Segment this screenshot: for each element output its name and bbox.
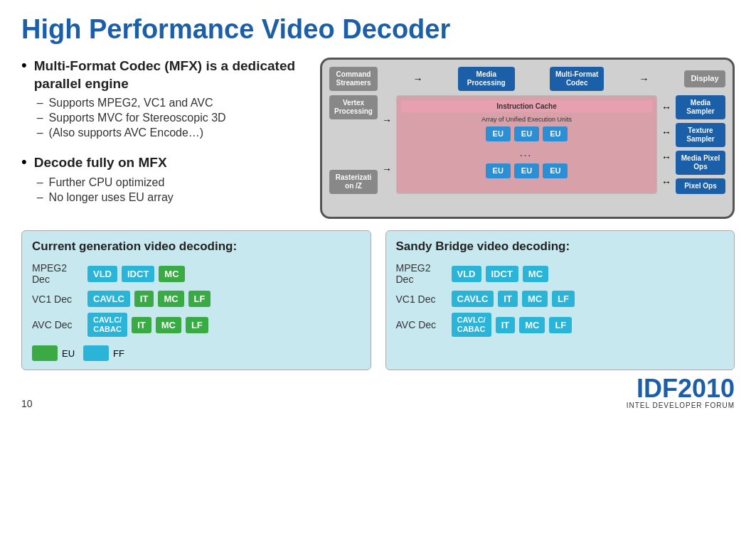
lf-tag-sandy: LF xyxy=(552,291,575,307)
sub-bullet-1-3: – (Also supports AVC Encode…) xyxy=(37,126,306,139)
sub-bullet-2-2: – No longer uses EU array xyxy=(37,191,174,204)
command-streamers-block: Command Streamers xyxy=(329,67,378,91)
mc-tag-current: MC xyxy=(159,266,184,282)
idct-tag-current: IDCT xyxy=(122,266,154,282)
vld-tag-current: VLD xyxy=(87,266,117,282)
eu-block-1: EU xyxy=(486,126,511,141)
avc-label-sandy: AVC Dec xyxy=(396,319,447,330)
sub-bullet-1-1: – Supports MPEG2, VC1 and AVC xyxy=(37,97,306,109)
page-title: High Performance Video Decoder xyxy=(21,14,735,45)
mc-tag-sandy: MC xyxy=(523,266,548,282)
eu-block-4: EU xyxy=(486,163,511,178)
page-number: 10 xyxy=(21,398,33,409)
mpeg2-row-current: MPEG2 Dec VLD IDCT MC xyxy=(32,262,361,285)
arrow-left-right-2: ↔ xyxy=(661,126,671,138)
current-gen-panel: Current generation video decoding: MPEG2… xyxy=(21,230,371,370)
legend-ff: FF xyxy=(83,345,124,361)
vc1-row-current: VC1 Dec CAVLC IT MC LF xyxy=(32,291,361,307)
arrow-left-right-4: ↔ xyxy=(661,176,671,188)
arrow-right-4: → xyxy=(382,163,392,175)
arrow-right-1: → xyxy=(412,73,422,85)
architecture-diagram: Command Streamers → Media Processing Mul… xyxy=(320,58,735,219)
it-tag-current: IT xyxy=(134,291,154,307)
instruction-cache-block: Instruction Cache xyxy=(401,100,652,112)
mc3-tag-current: MC xyxy=(156,317,181,333)
legend-eu: EU xyxy=(32,345,75,361)
pixel-ops-block: Pixel Ops xyxy=(676,178,725,194)
legend-eu-label: EU xyxy=(62,348,75,359)
display-block: Display xyxy=(684,70,725,87)
lf2-tag-current: LF xyxy=(186,317,208,333)
mc2-tag-current: MC xyxy=(158,291,183,307)
legend-eu-box xyxy=(32,345,58,361)
eu-block-3: EU xyxy=(543,126,568,141)
texture-sampler-block: Texture Sampler xyxy=(676,123,725,147)
rasterization-block: Rasterizati on /Z xyxy=(329,170,378,194)
vld-tag-sandy: VLD xyxy=(452,266,481,282)
mpeg2-row-sandy: MPEG2 Dec VLD IDCT MC xyxy=(396,262,725,285)
vertex-processing-block: Vertex Processing xyxy=(329,95,378,119)
dots-indicator: … xyxy=(401,145,652,160)
current-panel-title: Current generation video decoding: xyxy=(32,239,361,254)
eu-block-2: EU xyxy=(514,126,539,141)
vc1-row-sandy: VC1 Dec CAVLC IT MC LF xyxy=(396,291,725,307)
vc1-label-sandy: VC1 Dec xyxy=(396,293,447,305)
cavlc-tag-sandy: CAVLC xyxy=(452,291,494,307)
idf-logo: IDF2010 INTEL DEVELOPER FORUM xyxy=(627,376,735,409)
sandy-panel-title: Sandy Bridge video decoding: xyxy=(396,239,725,254)
mpeg2-label-sandy: MPEG2 Dec xyxy=(396,262,447,285)
bullet-main-1: Multi-Format Codec (MFX) is a dedicated … xyxy=(34,58,306,92)
array-label: Array of Unified Execution Units xyxy=(401,116,652,123)
media-sampler-block: Media Sampler xyxy=(676,95,725,119)
legend-ff-box xyxy=(83,345,109,361)
avc-row-current: AVC Dec CAVLC/CABAC IT MC LF xyxy=(32,313,361,337)
avc-label-current: AVC Dec xyxy=(32,319,83,330)
arrow-left-right-1: ↔ xyxy=(661,102,671,113)
mc2-tag-sandy: MC xyxy=(522,291,548,307)
arrow-left-right-3: ↔ xyxy=(661,151,671,163)
sub-bullet-1-2: – Supports MVC for Stereoscopic 3D xyxy=(37,112,306,124)
idf-brand: IDF2010 xyxy=(637,376,735,402)
footer: 10 IDF2010 INTEL DEVELOPER FORUM xyxy=(21,376,735,409)
mpeg2-label-current: MPEG2 Dec xyxy=(32,262,83,285)
bullet-1: • Multi-Format Codec (MFX) is a dedicate… xyxy=(21,58,306,141)
legend-current: EU FF xyxy=(32,345,361,361)
mc3-tag-sandy: MC xyxy=(519,317,545,333)
media-pixel-ops-block: Media Pixel Ops xyxy=(676,151,725,175)
it2-tag-sandy: IT xyxy=(496,317,516,333)
sub-bullet-2-1: – Further CPU optimized xyxy=(37,176,174,189)
legend-ff-label: FF xyxy=(113,348,124,359)
multi-format-codec-block: Multi-Format Codec xyxy=(550,67,604,91)
idct-tag-sandy: IDCT xyxy=(486,266,518,282)
bullet-dot-2: • xyxy=(21,153,27,171)
arrow-right-2: → xyxy=(639,73,649,85)
media-processing-block: Media Processing xyxy=(458,67,515,91)
it-tag-sandy: IT xyxy=(498,291,518,307)
bullet-main-2: Decode fully on MFX xyxy=(34,154,174,172)
vc1-label-current: VC1 Dec xyxy=(32,293,83,305)
cavlc-cabac-tag-sandy: CAVLC/CABAC xyxy=(452,313,491,337)
it2-tag-current: IT xyxy=(132,317,151,333)
eu-block-6: EU xyxy=(543,163,568,178)
idf-sub-text: INTEL DEVELOPER FORUM xyxy=(627,402,735,409)
cavlc-tag-current: CAVLC xyxy=(87,291,130,307)
bullet-2: • Decode fully on MFX – Further CPU opti… xyxy=(21,154,306,206)
sandy-bridge-panel: Sandy Bridge video decoding: MPEG2 Dec V… xyxy=(385,230,735,370)
cavlc-cabac-tag-current: CAVLC/CABAC xyxy=(87,313,127,337)
left-content: • Multi-Format Codec (MFX) is a dedicate… xyxy=(21,58,306,219)
bullet-dot-1: • xyxy=(21,56,27,75)
avc-row-sandy: AVC Dec CAVLC/CABAC IT MC LF xyxy=(396,313,725,337)
lf2-tag-sandy: LF xyxy=(549,317,572,333)
lf-tag-current: LF xyxy=(188,291,211,307)
eu-block-5: EU xyxy=(514,163,539,178)
arrow-right-3: → xyxy=(382,114,392,126)
